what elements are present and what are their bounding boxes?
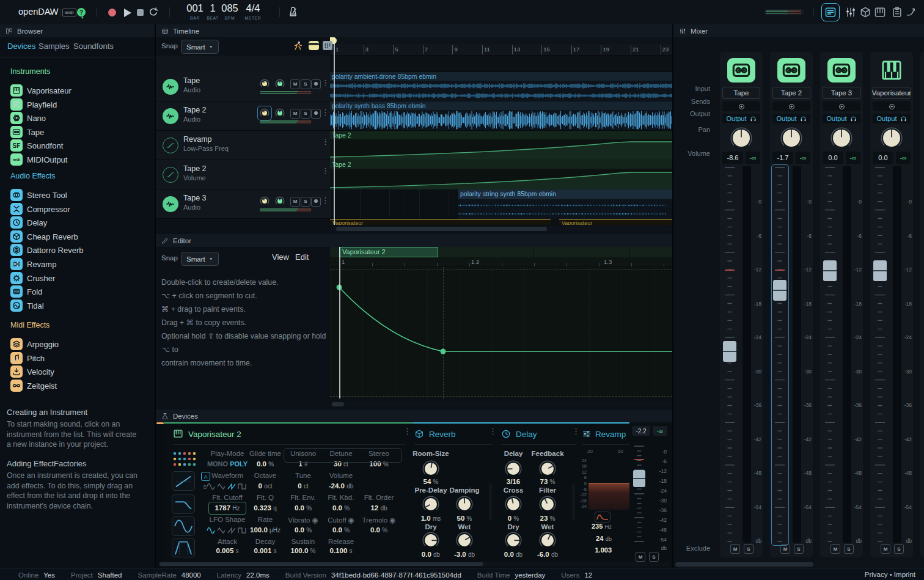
lowshelf-band-chip[interactable]	[595, 512, 610, 523]
browser-item-zeitgeist[interactable]: Zeitgeist	[0, 380, 155, 392]
editor-edit-menu[interactable]: Edit	[295, 252, 309, 262]
channel-output-button[interactable]: Output	[873, 114, 911, 123]
editor-view-menu[interactable]: View	[272, 252, 289, 262]
step-grid-icon[interactable]	[323, 41, 332, 50]
loop-region-icon[interactable]	[309, 41, 319, 50]
transport-meter[interactable]: 4/4METER	[240, 2, 266, 22]
solo-button[interactable]: S	[301, 197, 310, 207]
clip-tape3[interactable]: polarity string synth 85bpm ebmin	[458, 189, 672, 219]
clip-automation-lowpass[interactable]: Tape 2	[330, 131, 672, 160]
markers-lane-right[interactable]	[330, 56, 672, 72]
tab-soundfonts[interactable]: Soundfonts	[73, 42, 114, 51]
channel-peak-value[interactable]: -∞	[846, 152, 860, 164]
fader-handle[interactable]	[773, 280, 787, 301]
view-piano-button[interactable]	[874, 6, 886, 18]
clip-automation-volume-header[interactable]: Tape 2	[330, 160, 672, 169]
mute-button[interactable]: M	[290, 109, 300, 119]
browser-item-arpeggio[interactable]: Arpeggio	[0, 338, 155, 351]
lowpass-display[interactable]	[172, 494, 195, 514]
channel-mute-button[interactable]: M	[730, 544, 740, 554]
track-header-3[interactable]: Tape 2Volume⋮	[156, 160, 330, 189]
record-arm-button[interactable]	[311, 197, 321, 207]
revamp-readout-0[interactable]: 235 Hz	[564, 523, 612, 530]
sine-display[interactable]	[172, 516, 195, 536]
channel-volume-value[interactable]: 0.0	[873, 152, 893, 164]
delay-cross-knob[interactable]	[505, 496, 522, 513]
channel-peak-value[interactable]: -∞	[746, 152, 760, 164]
channel-add-send-button[interactable]	[823, 101, 860, 111]
timeline-hscrollbar[interactable]	[330, 226, 672, 232]
revamp-device-title[interactable]: Revamp	[595, 430, 626, 439]
timeline-snap-dropdown[interactable]: Smart▼	[181, 40, 219, 54]
reverb-room-size-value[interactable]: 54 %	[397, 478, 464, 485]
mixer-hscrollbar[interactable]	[675, 562, 923, 567]
timeline-hscrollbar-thumb[interactable]	[336, 227, 547, 231]
editor-curve-area[interactable]	[330, 267, 672, 398]
vaporisateur-device-title[interactable]: Vaporisateur 2	[188, 430, 241, 439]
clip-tape2-header[interactable]: polarity synth bass 85bpm ebmin	[330, 101, 672, 110]
browser-item-velocity[interactable]: Velocity	[0, 365, 155, 378]
mixer-channel-tape[interactable]: TapeOutput -8.6-∞-0-6-12-18-24-30-36-42-…	[720, 52, 763, 557]
editor-ruler[interactable]: 11.21.3	[330, 257, 672, 267]
timeline-ruler[interactable]: 1357911131517192123	[330, 44, 672, 56]
track-header-1[interactable]: Tape 2Audio MS⋮	[156, 101, 330, 131]
mixer-channel-tape-2[interactable]: Tape 2Output -1.7-∞-0-6-12-18-24-30-36-4…	[770, 52, 813, 557]
browser-item-soundfont[interactable]: SFSoundfont	[0, 139, 155, 152]
channel-mute-button[interactable]: M	[831, 544, 840, 554]
channel-volume-value[interactable]: 0.0	[823, 152, 843, 164]
view-modular-button[interactable]	[859, 6, 871, 18]
channel-pan-knob[interactable]	[831, 127, 853, 149]
track-pan-knob[interactable]	[275, 108, 285, 118]
solo-button[interactable]: S	[301, 109, 310, 119]
channel-input-button[interactable]: Vaporisateur	[873, 87, 911, 99]
revamp-readout-1[interactable]: 24 db	[564, 535, 612, 542]
delay-filter-value[interactable]: 23 %	[514, 515, 581, 522]
channel-mute-button[interactable]: M	[881, 544, 890, 554]
browser-item-vaporisateur[interactable]: Vaporisateur	[0, 84, 155, 97]
strip-mute-button[interactable]: M	[636, 552, 645, 562]
channel-solo-button[interactable]: S	[794, 544, 804, 554]
track-header-2[interactable]: RevampLow-Pass Freq⋮	[156, 131, 330, 160]
track-header-4[interactable]: Tape 3Audio MS⋮	[156, 189, 330, 219]
editor-hscrollbar-thumb[interactable]	[332, 402, 344, 406]
clip-vaporisateur-1[interactable]: Vaporisateur	[330, 219, 551, 225]
delay-device-title[interactable]: Delay	[516, 430, 537, 439]
browser-item-nano[interactable]: Nano	[0, 112, 155, 125]
track-gain-knob[interactable]	[260, 196, 270, 206]
reverb-pre-delay-knob[interactable]	[422, 496, 439, 513]
channel-input-button[interactable]: Tape 3	[823, 87, 860, 99]
browser-item-tidal[interactable]: Tidal	[0, 299, 155, 312]
track-gain-knob[interactable]	[260, 108, 270, 118]
browser-item-crusher[interactable]: Crusher	[0, 272, 155, 285]
fader-handle[interactable]	[873, 260, 887, 281]
view-arrangement-button[interactable]	[824, 6, 837, 18]
strip-solo-button[interactable]: S	[649, 552, 659, 562]
editor-region-bar[interactable]: Vaporisateur 2	[330, 247, 672, 257]
channel-peak-value[interactable]: -∞	[796, 152, 810, 164]
tab-devices[interactable]: Devices	[7, 42, 35, 51]
browser-item-fold[interactable]: Fold	[0, 285, 155, 298]
channel-volume-value[interactable]: -8.6	[722, 152, 743, 164]
channel-input-button[interactable]: Tape 2	[772, 87, 810, 99]
record-arm-button[interactable]	[311, 79, 321, 89]
browser-item-playfield[interactable]: Playfield	[0, 98, 155, 111]
delay-dry-knob[interactable]	[505, 532, 522, 549]
view-mixer-button[interactable]	[845, 6, 857, 18]
browser-item-pitch[interactable]: Pitch	[0, 352, 155, 365]
browser-item-cheap-reverb[interactable]: Cheap Reverb	[0, 230, 155, 243]
editor-automation-area[interactable]: Vaporisateur 211.21.3	[330, 247, 672, 398]
strip-peak-value[interactable]: -2.2	[632, 426, 650, 436]
browser-item-delay[interactable]: Delay	[0, 216, 155, 229]
reverb-damping-knob[interactable]	[456, 496, 473, 513]
revamp-spectrum[interactable]	[588, 483, 629, 510]
mixer-hscrollbar-thumb[interactable]	[675, 562, 813, 567]
metronome-button[interactable]	[287, 6, 299, 18]
reverb-wet-knob[interactable]	[456, 532, 473, 549]
channel-output-button[interactable]: Output	[722, 114, 760, 123]
param-value-volume[interactable]: -24.0 db	[307, 482, 375, 490]
clip-automation-lowpass-header[interactable]: Tape 2	[330, 131, 672, 139]
view-cutter-button[interactable]	[905, 6, 917, 18]
vaporisateur-menu-button[interactable]: ⋮	[403, 430, 407, 433]
param-value-flt-order[interactable]: 12 db	[345, 504, 413, 512]
stop-button[interactable]	[137, 9, 144, 16]
